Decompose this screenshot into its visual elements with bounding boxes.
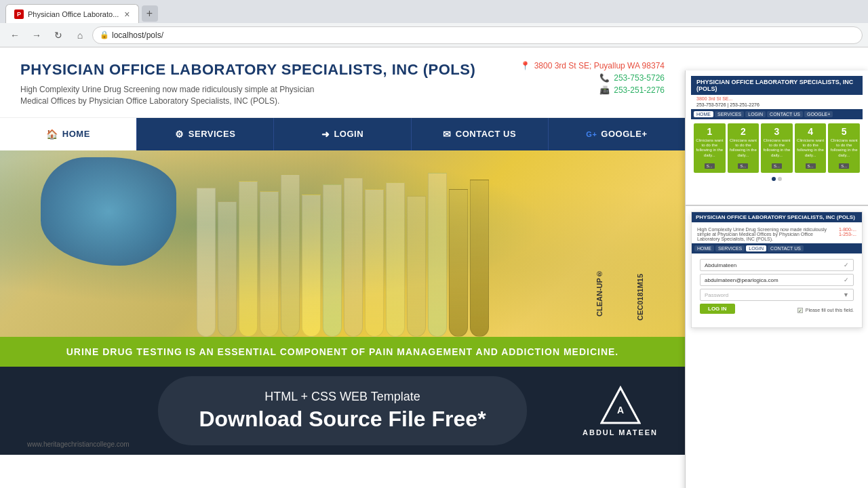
phone-number: 253-753-5726 [614, 73, 665, 83]
thumb2-nav: HOME SERVICES LOGIN CONTACT US [692, 243, 862, 253]
google-nav-icon: g+ [586, 130, 597, 138]
site-header: PHYSICIAN OFFICE LABORATORY SPECIALISTS,… [0, 47, 685, 118]
new-tab-button[interactable]: + [142, 5, 158, 22]
tab-favicon: P [14, 9, 24, 19]
thumb2-email-field[interactable]: abdulmateen@pearlogica.com ✓ [700, 274, 854, 286]
dot-2 [778, 177, 782, 181]
forward-button[interactable]: → [27, 26, 46, 45]
thumb2-popup: PHYSICIAN OFFICE LABORATORY SPECIALISTS,… [691, 211, 863, 328]
fax-icon: 📠 [599, 85, 610, 95]
thumb2-container: PHYSICIAN OFFICE LABORATORY SPECIALISTS,… [686, 206, 868, 333]
tube-label-2: CEC0181M15 [636, 260, 644, 321]
refresh-button[interactable]: ↻ [49, 26, 68, 45]
tube-14 [470, 180, 489, 337]
thumb2-password-field[interactable]: Password ▼ [700, 289, 854, 301]
logo-area: A ABDUL MATEEN [583, 385, 658, 436]
dot-1 [772, 177, 776, 181]
home-nav-icon: 🏠 [46, 129, 58, 140]
thumb2-username-value: Abdulmateen [705, 262, 736, 268]
thumb2-nav-contact[interactable]: CONTACT US [768, 245, 804, 251]
thumb2-username-field[interactable]: Abdulmateen ✓ [700, 259, 854, 271]
thumb2-nav-home[interactable]: HOME [694, 245, 714, 251]
nav-login-label: LOGIN [334, 129, 363, 139]
thumb2-login-button[interactable]: LOG IN [700, 304, 735, 314]
home-button[interactable]: ⌂ [71, 26, 90, 45]
promo-pill: HTML + CSS WEB Template Download Source … [158, 376, 526, 445]
thumb1-company: PHYSICIAN OFFICE LABORATORY SPECIALISTS,… [691, 76, 863, 95]
thumb2-company: PHYSICIAN OFFICE LABORATORY SPECIALISTS,… [692, 212, 862, 222]
header-left: PHYSICIAN OFFICE LABORATORY SPECIALISTS,… [20, 61, 475, 107]
nav-contact[interactable]: ✉ CONTACT US [412, 118, 549, 150]
thumb1-nav-home[interactable]: HOME [694, 111, 713, 117]
nav-google-label: GOOGLE+ [601, 129, 647, 139]
thumb2-remember-text: Please fill out this field. [806, 308, 854, 312]
thumb2-password-placeholder: Password [705, 292, 728, 298]
nav-google[interactable]: g+ GOOGLE+ [549, 118, 685, 150]
thumb1-nav-login[interactable]: LOGIN [745, 111, 766, 117]
address-pin-icon: 📍 [520, 61, 530, 70]
thumb-card-1: 1 Clinicians want to do the following in… [694, 123, 726, 173]
carousel-dots [691, 177, 863, 184]
address-bar[interactable]: 🔒 localhost/pols/ [92, 26, 863, 44]
nav-services-label: SERVICES [189, 129, 236, 139]
right-panel: PHYSICIAN OFFICE LABORATORY SPECIALISTS,… [685, 70, 868, 488]
contact-nav-icon: ✉ [443, 129, 452, 140]
thumb1-nav-contact[interactable]: CONTACT US [767, 111, 803, 117]
back-button[interactable]: ← [5, 26, 24, 45]
tab-title: Physician Office Laborato... [28, 10, 119, 18]
page-layout: PHYSICIAN OFFICE LABORATORY SPECIALISTS,… [0, 47, 868, 455]
dark-section: HTML + CSS WEB Template Download Source … [0, 367, 685, 455]
browser-nav-bar: ← → ↻ ⌂ 🔒 localhost/pols/ [0, 23, 868, 47]
promo-title: Download Source File Free* [199, 407, 486, 432]
company-tagline: High Complexity Urine Drug Screening now… [20, 84, 332, 107]
thumb-card-2: 2 Clinicians want to do the following in… [728, 123, 760, 173]
thumb2-checkbox[interactable]: ✓ [797, 308, 803, 313]
nav-home[interactable]: 🏠 HOME [0, 118, 137, 150]
login-nav-icon: ➜ [321, 129, 330, 140]
thumb1-nav-google[interactable]: GOOGLE+ [804, 111, 833, 117]
green-banner-text: URINE DRUG TESTING IS AN ESSENTIAL COMPO… [66, 346, 619, 357]
header-contact: 📍 3800 3rd St SE; Puyallup WA 98374 📞 25… [520, 61, 665, 98]
tab-close-button[interactable]: × [124, 9, 130, 20]
nav-services[interactable]: ⚙ SERVICES [137, 118, 274, 150]
address-text: 3800 3rd St SE; Puyallup WA 98374 [534, 61, 665, 70]
thumb-card-5: 5 Clinicians want to do the following in… [828, 123, 860, 173]
nav-login[interactable]: ➜ LOGIN [274, 118, 411, 150]
thumb2-email-value: abdulmateen@pearlogica.com [705, 277, 778, 283]
thumb1-nav-services[interactable]: SERVICES [715, 111, 744, 117]
tube-1 [197, 188, 216, 337]
thumb-card-4: 4 Clinicians want to do the following in… [795, 123, 827, 173]
thumb-cards: 1 Clinicians want to do the following in… [691, 119, 863, 177]
tube-label-1: CLEAN-UP® [595, 262, 604, 317]
thumb-card-3: 3 Clinicians want to do the following in… [761, 123, 793, 173]
active-tab[interactable]: P Physician Office Laborato... × [5, 4, 139, 23]
tube-5 [281, 174, 300, 337]
thumb2-nav-login[interactable]: LOGIN [746, 245, 766, 251]
thumb2-username-icon: ✓ [844, 262, 849, 268]
address-item: 📍 3800 3rd St SE; Puyallup WA 98374 [520, 61, 665, 70]
thumb1-address: 3800 3rd St SE... [691, 95, 863, 102]
thumb2-tagline: High Complexity Urine Drug Screening now… [697, 227, 833, 241]
address-text: localhost/pols/ [112, 30, 163, 40]
thumb2-form-footer: LOG IN ✓ Please fill out this field. [700, 304, 854, 317]
tube-11 [407, 196, 426, 337]
thumb2-nav-services[interactable]: SERVICES [715, 245, 745, 251]
tube-13 [449, 189, 468, 337]
tube-9 [365, 189, 384, 337]
main-nav: 🏠 HOME ⚙ SERVICES ➜ LOGIN ✉ CONTACT US g… [0, 118, 685, 150]
tube-labels: CLEAN-UP® [595, 262, 604, 317]
tube-10 [386, 182, 405, 337]
phone-item: 📞 253-753-5726 [520, 73, 665, 83]
logo-name: ABDUL MATEEN [583, 428, 658, 436]
thumb1-preview: PHYSICIAN OFFICE LABORATORY SPECIALISTS,… [686, 70, 868, 206]
promo-subtitle: HTML + CSS WEB Template [199, 390, 486, 404]
tube-6 [302, 195, 321, 337]
hero-image: CLEAN-UP® CEC0181M15 [0, 150, 685, 337]
main-content: PHYSICIAN OFFICE LABORATORY SPECIALISTS,… [0, 47, 685, 455]
lab-tubes [0, 150, 685, 337]
browser-chrome: P Physician Office Laborato... × + ← → ↻… [0, 0, 868, 47]
thumb2-form: Abdulmateen ✓ abdulmateen@pearlogica.com… [692, 253, 862, 322]
thumb2-password-icon: ▼ [843, 291, 849, 298]
tube-3 [239, 181, 258, 337]
nav-home-label: HOME [62, 129, 90, 139]
